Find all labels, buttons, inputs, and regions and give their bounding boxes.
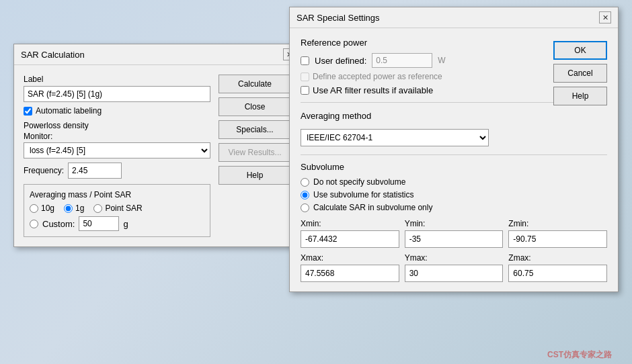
- zmin-input[interactable]: [508, 230, 607, 248]
- sar-special-close-button[interactable]: ✕: [599, 11, 611, 24]
- ar-filter-checkbox[interactable]: [301, 86, 309, 95]
- radio-point-label: Point SAR: [105, 203, 142, 213]
- zmax-group: Zmax:: [508, 253, 607, 282]
- frequency-label: Frequency:: [24, 166, 64, 175]
- radio-10g[interactable]: [30, 204, 38, 213]
- auto-label-text: Automatic labeling: [36, 106, 102, 116]
- subvol-header: Subvolume: [301, 162, 607, 172]
- zmax-label: Zmax:: [508, 253, 607, 263]
- define-accepted-checkbox[interactable]: [301, 73, 309, 81]
- subvolume-section: Subvolume Do not specify subvolume Use s…: [301, 162, 607, 282]
- subvol-only-radio[interactable]: [301, 203, 309, 212]
- coords-grid: Xmin: Ymin: Zmin: Xmax: Ymax:: [301, 219, 607, 282]
- ymax-group: Ymax:: [405, 253, 504, 282]
- ymin-input[interactable]: [405, 230, 504, 248]
- zmin-group: Zmin:: [508, 219, 607, 248]
- radio-1g-label: 1g: [75, 203, 84, 213]
- zmax-input[interactable]: [508, 265, 607, 282]
- ymax-input[interactable]: [405, 265, 504, 282]
- sar-special-dialog: SAR Special Settings ✕ OK Cancel Help Re…: [289, 7, 619, 292]
- subvol-stats-label: Use subvolume for statistics: [313, 190, 413, 199]
- divider-2: [301, 154, 607, 155]
- avg-method-select[interactable]: IEEE/IEC 62704-1: [301, 129, 489, 146]
- subvol-only-label: Calculate SAR in subvolume only: [313, 203, 432, 212]
- auto-label-checkbox[interactable]: [24, 107, 32, 116]
- radio-10g-label: 10g: [41, 203, 54, 213]
- radio-1g-item: 1g: [64, 203, 84, 213]
- radio-10g-item: 10g: [30, 203, 54, 213]
- zmin-label: Zmin:: [508, 219, 607, 228]
- close-button[interactable]: Close: [219, 97, 291, 116]
- monitor-label: Monitor:: [24, 132, 210, 141]
- frequency-input[interactable]: [68, 163, 122, 179]
- subvol-stats-radio[interactable]: [301, 191, 309, 199]
- sar-calc-content: Label Automatic labeling Powerloss densi…: [14, 65, 302, 246]
- xmax-label: Xmax:: [301, 253, 399, 263]
- ymax-label: Ymax:: [405, 253, 504, 263]
- radio-point-sar[interactable]: [93, 204, 102, 213]
- subvol-none-row: Do not specify subvolume: [301, 177, 607, 187]
- radio-1g[interactable]: [64, 204, 73, 213]
- xmax-input[interactable]: [301, 265, 399, 282]
- user-defined-checkbox[interactable]: [301, 56, 309, 65]
- avg-section-title: Averaging mass / Point SAR: [30, 190, 204, 199]
- custom-input[interactable]: [79, 216, 119, 231]
- custom-unit: g: [123, 219, 128, 229]
- radio-row-top: 10g 1g Point SAR: [30, 203, 204, 213]
- sar-calc-dialog: SAR Calculation ✕ Label Automatic labeli…: [13, 44, 303, 247]
- avg-mass-section: Averaging mass / Point SAR 10g 1g Point …: [24, 184, 210, 237]
- custom-label: Custom:: [42, 219, 75, 229]
- ar-filter-label: Use AR filter results if available: [313, 85, 433, 95]
- radio-point-item: Point SAR: [93, 203, 142, 213]
- radio-custom[interactable]: [30, 220, 38, 228]
- ok-button[interactable]: OK: [553, 41, 607, 60]
- avg-method-header: Averaging method: [301, 111, 607, 121]
- ymin-group: Ymin:: [405, 219, 504, 248]
- xmax-group: Xmax:: [301, 253, 399, 282]
- watermark: CST仿真专家之路: [547, 349, 612, 361]
- sar-calc-left-panel: Label Automatic labeling Powerloss densi…: [24, 75, 210, 237]
- sar-special-title: SAR Special Settings: [297, 13, 380, 23]
- sar-special-content: OK Cancel Help Reference power User defi…: [290, 28, 618, 291]
- monitor-select[interactable]: loss (f=2.45) [5]: [24, 142, 210, 158]
- help-special-button[interactable]: Help: [553, 87, 607, 105]
- frequency-row: Frequency:: [24, 163, 210, 179]
- subvol-stats-row: Use subvolume for statistics: [301, 190, 607, 199]
- sar-calc-right-panel: Calculate Close Specials... View Results…: [219, 75, 292, 237]
- xmin-group: Xmin:: [301, 219, 399, 248]
- subvol-none-radio[interactable]: [301, 178, 309, 187]
- xmin-label: Xmin:: [301, 219, 399, 228]
- user-defined-label: User defined:: [315, 56, 366, 66]
- view-results-button[interactable]: View Results...: [219, 143, 291, 162]
- sar-special-titlebar: SAR Special Settings ✕: [290, 7, 618, 28]
- avg-method-section: Averaging method IEEE/IEC 62704-1: [301, 111, 607, 146]
- power-unit: W: [438, 56, 445, 65]
- auto-label-row: Automatic labeling: [24, 106, 210, 116]
- xmin-input[interactable]: [301, 230, 399, 248]
- subvol-none-label: Do not specify subvolume: [313, 177, 405, 187]
- powerloss-section-title: Powerloss density: [24, 121, 210, 130]
- label-input[interactable]: [24, 86, 210, 102]
- ymin-label: Ymin:: [405, 219, 504, 228]
- define-accepted-label: Define accepted power as reference: [313, 72, 442, 81]
- specials-button[interactable]: Specials...: [219, 120, 291, 139]
- sar-calc-title: SAR Calculation: [21, 50, 85, 60]
- power-input[interactable]: [372, 53, 432, 68]
- sar-calc-titlebar: SAR Calculation ✕: [14, 44, 302, 65]
- calculate-button[interactable]: Calculate: [219, 75, 291, 93]
- subvol-only-row: Calculate SAR in subvolume only: [301, 203, 607, 212]
- cancel-button[interactable]: Cancel: [553, 64, 607, 83]
- label-section-title: Label: [24, 75, 210, 84]
- custom-row: Custom: g: [30, 216, 204, 231]
- help-button[interactable]: Help: [219, 166, 291, 185]
- special-right-buttons: OK Cancel Help: [553, 41, 607, 105]
